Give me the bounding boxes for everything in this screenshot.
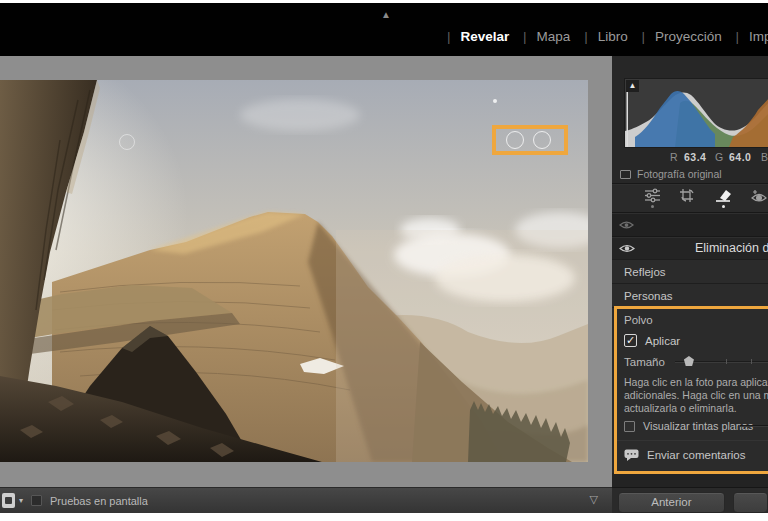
feedback-bubble-icon — [624, 449, 639, 461]
tab-libro[interactable]: Libro — [574, 29, 628, 44]
size-row: Tamaño — [624, 356, 768, 368]
original-photo-row[interactable]: Fotografía original — [620, 168, 722, 180]
b-label: B — [761, 151, 768, 163]
apply-label: Aplicar — [645, 335, 680, 347]
healing-eraser-tool[interactable] — [714, 185, 732, 211]
tab-mapa[interactable]: Mapa — [513, 29, 570, 44]
shadow-clipping-indicator[interactable]: ▲ — [626, 80, 639, 92]
toolbar-caret-down-icon[interactable]: ▾ — [19, 496, 23, 505]
r-label: R — [670, 151, 678, 163]
dust-title: Polvo — [624, 314, 653, 326]
feedback-label: Enviar comentarios — [647, 449, 745, 461]
apply-row[interactable]: ✓ Aplicar — [624, 334, 680, 347]
histogram[interactable]: ▲ — [624, 78, 768, 148]
soft-proof-checkbox[interactable] — [31, 495, 42, 506]
tool-active-dot — [651, 205, 654, 208]
red-eye-tool[interactable] — [750, 185, 768, 211]
original-photo-checkbox[interactable] — [620, 170, 631, 179]
lightroom-window: ▲ Revelar Mapa Libro Proyección Imprimir — [0, 3, 768, 513]
bottom-toolbar: ▾ Pruebas en pantalla ▽ — [0, 487, 612, 513]
right-panel: ▲ R 63.4 G 64.0 B Fotografía original — [612, 56, 768, 513]
visualize-label: Visualizar tintas planas — [643, 420, 753, 432]
row-reflejos[interactable]: Reflejos — [612, 259, 768, 283]
size-label: Tamaño — [624, 356, 665, 368]
size-slider[interactable] — [675, 361, 768, 363]
feedback-row[interactable]: Enviar comentarios — [624, 449, 745, 461]
edit-sliders-tool[interactable] — [644, 185, 661, 211]
crop-tool[interactable] — [679, 185, 696, 211]
tool-strip — [612, 185, 768, 212]
histogram-module: ▲ R 63.4 G 64.0 B Fotografía original — [612, 56, 768, 183]
tab-revelar[interactable]: Revelar — [437, 29, 509, 44]
toolbar-tool-icon[interactable] — [2, 493, 15, 508]
screenshot-page: ▲ Revelar Mapa Libro Proyección Imprimir — [0, 0, 768, 521]
dust-section: Polvo ✓ Aplicar Tamaño Haga clic en la f… — [612, 307, 768, 473]
previous-button[interactable]: Anterior — [618, 492, 725, 513]
canvas-gutter — [588, 56, 612, 487]
eye-icon[interactable] — [619, 243, 635, 254]
module-picker-bar: ▲ Revelar Mapa Libro Proyección Imprimir — [0, 3, 768, 56]
visualize-checkbox[interactable] — [624, 421, 635, 432]
section-divider — [616, 440, 768, 441]
photo-canvas[interactable] — [0, 80, 588, 462]
row-personas[interactable]: Personas — [612, 283, 768, 307]
original-photo-label: Fotografía original — [637, 168, 722, 180]
edits-visibility-row — [612, 214, 768, 236]
healing-spot-circle[interactable] — [119, 134, 135, 150]
dust-help-text: Haga clic en la foto para aplicar mancha… — [624, 376, 768, 415]
toolbar-chevron-down-icon[interactable]: ▽ — [590, 493, 598, 506]
tab-proyeccion[interactable]: Proyección — [631, 29, 721, 44]
next-button-partial[interactable] — [733, 492, 768, 513]
g-value: 64.0 — [729, 151, 751, 163]
soft-proof-label: Pruebas en pantalla — [50, 495, 148, 507]
annotation-box-photo — [492, 125, 568, 155]
g-label: G — [715, 151, 723, 163]
removal-panel-title: Eliminación de — [695, 241, 768, 255]
visualize-row[interactable]: Visualizar tintas planas — [624, 420, 753, 432]
eye-icon[interactable] — [619, 220, 634, 230]
tab-imprimir[interactable]: Imprimir — [726, 29, 768, 44]
removal-panel-header[interactable]: Eliminación de — [612, 238, 768, 259]
tool-active-dot — [722, 205, 725, 208]
panel-collapse-arrow-icon[interactable]: ▲ — [381, 10, 391, 20]
r-value: 63.4 — [684, 151, 706, 163]
module-nav: Revelar Mapa Libro Proyección Imprimir — [437, 29, 768, 44]
check-icon: ✓ — [626, 334, 635, 346]
visualize-slider[interactable] — [740, 425, 768, 427]
apply-checkbox[interactable]: ✓ — [624, 334, 637, 347]
panel-footer: Anterior — [612, 487, 768, 513]
size-slider-thumb[interactable] — [684, 356, 694, 366]
